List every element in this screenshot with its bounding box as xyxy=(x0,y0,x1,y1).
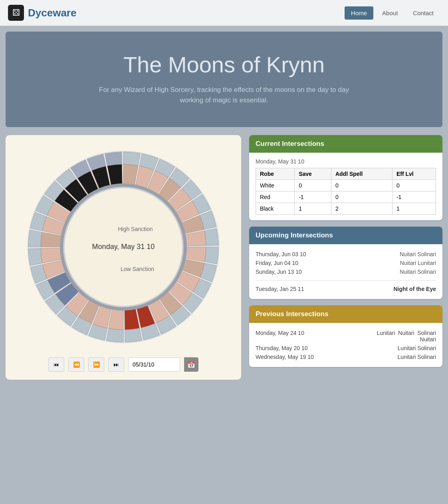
prev-date-2: Wednesday, May 19 10 xyxy=(256,354,314,360)
prev-row-1: Thursday, May 20 10 Lunitari Solinari xyxy=(256,344,436,353)
addl-black: 2 xyxy=(331,203,392,215)
right-panel: Current Intersections Monday, May 31 10 … xyxy=(249,135,442,380)
svg-text:Low Sanction: Low Sanction xyxy=(121,266,154,272)
prev-date-0: Monday, May 24 10 xyxy=(256,330,304,343)
nav-about[interactable]: About xyxy=(376,6,404,20)
col-eff-lvl: Eff Lvl xyxy=(392,168,436,180)
navbar: ⚄ Dyceware Home About Contact xyxy=(0,0,448,26)
nav-contact[interactable]: Contact xyxy=(406,6,440,20)
main-content: // This won't run in SVG context - we'll… xyxy=(0,127,448,388)
col-addl-spell: Addl Spell xyxy=(331,168,392,180)
current-date: Monday, May 31 10 xyxy=(256,158,436,165)
col-robe: Robe xyxy=(256,168,295,180)
eff-white: 0 xyxy=(392,180,436,191)
hero-title: The Moons of Krynn xyxy=(30,52,418,78)
upcoming-intersections-card: Upcoming Intersections Thursday, Jun 03 … xyxy=(249,227,442,299)
save-black: 1 xyxy=(295,203,331,215)
prev-moons-0: Lunitari Nuitari SolinariNuitari xyxy=(377,330,436,343)
current-header: Current Intersections xyxy=(249,135,442,153)
addl-white: 0 xyxy=(331,180,392,191)
svg-text:Monday, May 31 10: Monday, May 31 10 xyxy=(92,243,155,251)
skip-back-button[interactable]: ⏮ xyxy=(48,357,64,372)
svg-text:High Sanction: High Sanction xyxy=(118,226,153,232)
upcoming-row-0: Thursday, Jun 03 10 Nuitari Solinari xyxy=(256,250,436,259)
logo-icon: ⚄ xyxy=(8,5,24,21)
upcoming-date-0: Thursday, Jun 03 10 xyxy=(256,251,400,257)
addl-red: 0 xyxy=(331,191,392,203)
prev-moons-2: Lunitari Solinari xyxy=(398,354,436,360)
controls: ⏮ ⏪ ⏩ ⏭ 📅 xyxy=(48,357,198,372)
moon-wheel-svg: // This won't run in SVG context - we'll… xyxy=(20,143,227,351)
current-body: Monday, May 31 10 Robe Save Addl Spell E… xyxy=(249,153,442,220)
table-row: Black 1 2 1 xyxy=(256,203,436,215)
eff-red: -1 xyxy=(392,191,436,203)
eff-black: 1 xyxy=(392,203,436,215)
current-table: Robe Save Addl Spell Eff Lvl White 0 0 0 xyxy=(256,168,436,215)
save-red: -1 xyxy=(295,191,331,203)
skip-forward-button[interactable]: ⏭ xyxy=(108,357,124,372)
upcoming-row-1: Friday, Jun 04 10 Nuitari Lunitari xyxy=(256,259,436,267)
brand: ⚄ Dyceware xyxy=(8,5,345,21)
current-intersections-card: Current Intersections Monday, May 31 10 … xyxy=(249,135,442,220)
step-back-button[interactable]: ⏪ xyxy=(68,357,84,372)
divider xyxy=(256,280,436,281)
upcoming-header: Upcoming Intersections xyxy=(249,227,442,244)
date-input[interactable] xyxy=(128,357,180,372)
previous-intersections-card: Previous Intersections Monday, May 24 10… xyxy=(249,305,442,367)
upcoming-date-2: Sunday, Jun 13 10 xyxy=(256,269,400,275)
hero-subtitle: For any Wizard of High Sorcery, tracking… xyxy=(88,85,360,105)
prev-row-0: Monday, May 24 10 Lunitari Nuitari Solin… xyxy=(256,329,436,344)
prev-moons-1: Lunitari Solinari xyxy=(398,345,436,351)
step-forward-button[interactable]: ⏩ xyxy=(88,357,104,372)
robe-white: White xyxy=(256,180,295,191)
save-white: 0 xyxy=(295,180,331,191)
prev-row-2: Wednesday, May 19 10 Lunitari Solinari xyxy=(256,353,436,361)
upcoming-moons-1: Nuitari Lunitari xyxy=(400,260,436,266)
navbar-links: Home About Contact xyxy=(345,6,440,20)
brand-name: Dyceware xyxy=(28,7,76,19)
robe-red: Red xyxy=(256,191,295,203)
upcoming-date-1: Friday, Jun 04 10 xyxy=(256,260,400,266)
moon-card: // This won't run in SVG context - we'll… xyxy=(6,135,241,380)
col-save: Save xyxy=(295,168,331,180)
table-row: Red -1 0 -1 xyxy=(256,191,436,203)
night-eye-date: Tuesday, Jan 25 11 xyxy=(256,286,304,292)
upcoming-row-2: Sunday, Jun 13 10 Nuitari Solinari xyxy=(256,267,436,276)
previous-header: Previous Intersections xyxy=(249,305,442,323)
upcoming-moons-0: Nuitari Solinari xyxy=(400,251,436,257)
previous-body: Monday, May 24 10 Lunitari Nuitari Solin… xyxy=(249,323,442,367)
prev-date-1: Thursday, May 20 10 xyxy=(256,345,307,351)
upcoming-moons-2: Nuitari Solinari xyxy=(400,269,436,275)
wheel-container: // This won't run in SVG context - we'll… xyxy=(20,143,227,351)
robe-black: Black xyxy=(256,203,295,215)
night-of-the-eye-row: Tuesday, Jan 25 11 Night of the Eye xyxy=(256,285,436,293)
table-row: White 0 0 0 xyxy=(256,180,436,191)
upcoming-body: Thursday, Jun 03 10 Nuitari Solinari Fri… xyxy=(249,244,442,299)
nav-home[interactable]: Home xyxy=(345,6,373,20)
hero-section: The Moons of Krynn For any Wizard of Hig… xyxy=(6,32,442,127)
night-eye-label: Night of the Eye xyxy=(393,286,436,292)
calendar-button[interactable]: 📅 xyxy=(184,357,198,372)
